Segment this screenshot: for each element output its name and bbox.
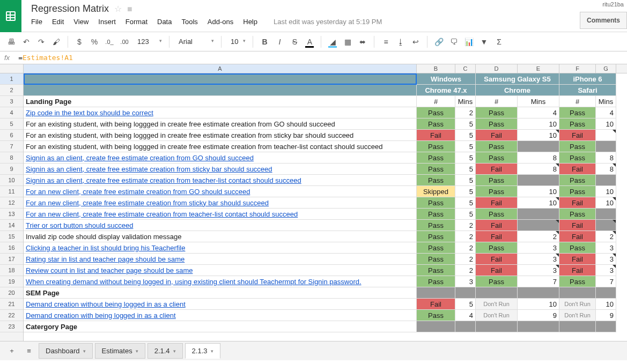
cell-E23[interactable]: [518, 321, 559, 332]
row-header-12[interactable]: 12: [0, 197, 23, 209]
star-icon[interactable]: ☆: [114, 4, 122, 14]
cell-F5[interactable]: Pass: [559, 118, 596, 130]
cell-E8[interactable]: 8: [518, 152, 559, 164]
wrap-icon[interactable]: ↩: [409, 35, 423, 49]
cell-D16[interactable]: Pass: [476, 242, 518, 254]
borders-icon[interactable]: ▦: [341, 35, 355, 49]
cell-F14[interactable]: Fail: [559, 220, 596, 231]
row-header-1[interactable]: 1: [0, 73, 23, 85]
cell-B18[interactable]: Pass: [417, 265, 455, 276]
cell-E3[interactable]: Mins: [518, 96, 559, 107]
add-sheet-icon[interactable]: +: [4, 344, 19, 359]
cell-D15[interactable]: Fail: [476, 231, 518, 242]
cell-B16[interactable]: Pass: [417, 242, 455, 254]
cell-G13[interactable]: [596, 209, 616, 220]
cell-C9[interactable]: 5: [455, 164, 476, 175]
cell-C11[interactable]: 5: [455, 186, 476, 197]
row-header-16[interactable]: 16: [0, 242, 23, 254]
cell-G7[interactable]: [596, 141, 616, 152]
cell-E19[interactable]: 7: [518, 276, 559, 287]
cell-C13[interactable]: 5: [455, 209, 476, 220]
chart-icon[interactable]: 📊: [462, 35, 476, 49]
row-header-22[interactable]: 22: [0, 310, 23, 321]
cell-C6[interactable]: 5: [455, 130, 476, 141]
cell-A15[interactable]: Invalid zip code should display validati…: [24, 231, 417, 242]
cell-B14[interactable]: Pass: [417, 220, 455, 231]
cell-A8[interactable]: Signin as an client, create free estimat…: [24, 152, 417, 164]
cell-A13[interactable]: For an new client, create free estimate …: [24, 209, 417, 220]
row-header-15[interactable]: 15: [0, 231, 23, 242]
menu-format[interactable]: Format: [126, 18, 147, 26]
doc-title[interactable]: Regression Matrix: [31, 3, 109, 14]
cell-F21[interactable]: Don't Run: [559, 299, 596, 310]
fill-color-icon[interactable]: ◢: [326, 35, 340, 49]
col-header-G[interactable]: G: [596, 64, 616, 73]
cell-C8[interactable]: 5: [455, 152, 476, 164]
menu-help[interactable]: Help: [243, 18, 257, 26]
cell-F10[interactable]: Pass: [559, 175, 596, 186]
cell-A21[interactable]: Demand creation without being logged in …: [24, 299, 417, 310]
cell-B5[interactable]: Pass: [417, 118, 455, 130]
col-header-D[interactable]: D: [476, 64, 518, 73]
cell-E4[interactable]: 4: [518, 107, 559, 118]
cell-E7[interactable]: [518, 141, 559, 152]
cell-C21[interactable]: 5: [455, 299, 476, 310]
link-icon[interactable]: 🔗: [432, 35, 446, 49]
row-header-23[interactable]: 23: [0, 321, 23, 332]
cell-D21[interactable]: Don't Run: [476, 299, 518, 310]
cell-D11[interactable]: Pass: [476, 186, 518, 197]
cell-B22[interactable]: Pass: [417, 310, 455, 321]
cell-F4[interactable]: Pass: [559, 107, 596, 118]
cell-F23[interactable]: [559, 321, 596, 332]
currency-icon[interactable]: $: [72, 35, 86, 49]
percent-icon[interactable]: %: [87, 35, 101, 49]
cell-B3[interactable]: #: [417, 96, 455, 107]
cell-G15[interactable]: 2: [596, 231, 616, 242]
cell-E21[interactable]: 10: [518, 299, 559, 310]
cell-F12[interactable]: Fail: [559, 197, 596, 209]
comments-button[interactable]: Comments: [580, 12, 627, 29]
cell-D9[interactable]: Fail: [476, 164, 518, 175]
cell-G21[interactable]: 10: [596, 299, 616, 310]
row-header-18[interactable]: 18: [0, 265, 23, 276]
cell-F3[interactable]: #: [559, 96, 596, 107]
cell-A12[interactable]: For an new client, create free estimate …: [24, 197, 417, 209]
cell-E6[interactable]: 10: [518, 130, 559, 141]
cell-E12[interactable]: 10: [518, 197, 559, 209]
menu-data[interactable]: Data: [157, 18, 172, 26]
cell-E17[interactable]: 3: [518, 254, 559, 265]
row-header-14[interactable]: 14: [0, 220, 23, 231]
cell-E20[interactable]: [518, 287, 559, 299]
cell-A14[interactable]: Trier or sort button should succeed: [24, 220, 417, 231]
text-color-icon[interactable]: A: [303, 35, 316, 49]
cell-G14[interactable]: [596, 220, 616, 231]
cell-A9[interactable]: Signin as an client, create free estimat…: [24, 164, 417, 175]
comment-icon[interactable]: 🗨: [447, 35, 461, 49]
cell-B21[interactable]: Fail: [417, 299, 455, 310]
cell-B20[interactable]: [417, 287, 455, 299]
row-header-21[interactable]: 21: [0, 299, 23, 310]
all-sheets-icon[interactable]: ≡: [21, 344, 36, 359]
redo-icon[interactable]: ↷: [34, 35, 48, 49]
cell-B23[interactable]: [417, 321, 455, 332]
cell-D13[interactable]: Pass: [476, 209, 518, 220]
cell-G4[interactable]: 4: [596, 107, 616, 118]
cell-A3[interactable]: Landing Page: [24, 96, 417, 107]
cell-G17[interactable]: 3: [596, 254, 616, 265]
strikethrough-icon[interactable]: S: [287, 35, 301, 49]
cell-E5[interactable]: 10: [518, 118, 559, 130]
cell-G19[interactable]: 7: [596, 276, 616, 287]
col-header-E[interactable]: E: [518, 64, 559, 73]
cell-C18[interactable]: 2: [455, 265, 476, 276]
cell-A18[interactable]: Review count in list and teacher page sh…: [24, 265, 417, 276]
cell-G18[interactable]: 3: [596, 265, 616, 276]
cell-F22[interactable]: Don't Run: [559, 310, 596, 321]
bold-icon[interactable]: B: [257, 35, 271, 49]
cell-A10[interactable]: Signin as an client, create free estimat…: [24, 175, 417, 186]
cell-B10[interactable]: Pass: [417, 175, 455, 186]
select-all-corner[interactable]: [0, 64, 23, 73]
cell-E10[interactable]: [518, 175, 559, 186]
cell-A16[interactable]: Clicking a teacher in list should bring …: [24, 242, 417, 254]
cell-C15[interactable]: 2: [455, 231, 476, 242]
row-header-13[interactable]: 13: [0, 209, 23, 220]
